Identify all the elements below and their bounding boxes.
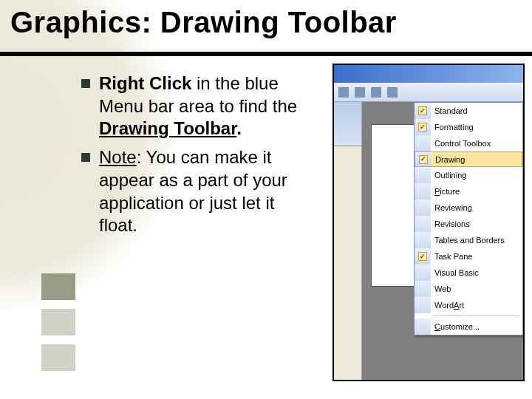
menu-item[interactable]: Visual Basic — [415, 265, 522, 281]
decorative-square — [41, 309, 75, 335]
side-pane-header — [334, 102, 361, 146]
menu-item-label: Task Pane — [434, 252, 472, 261]
bullet-icon — [81, 79, 90, 88]
menu-item-label: Control Toolbox — [434, 139, 491, 148]
app-toolbar — [334, 83, 523, 102]
decorative-square — [41, 344, 75, 371]
menu-item[interactable]: Web — [415, 281, 522, 297]
toolbar-context-menu: ✓Standard✓FormattingControl Toolbox✓Draw… — [414, 102, 523, 335]
menu-check-slot — [415, 281, 431, 297]
menu-item-label: Web — [434, 284, 451, 293]
menu-item-label: Visual Basic — [434, 268, 479, 277]
menu-item[interactable]: ✓Task Pane — [415, 248, 522, 265]
toolbar-icon — [338, 87, 349, 98]
menu-check-slot — [415, 135, 431, 151]
slide-title: Graphics: Drawing Toolbar — [10, 6, 397, 39]
check-icon: ✓ — [418, 123, 427, 132]
menu-item-label: Customize... — [434, 322, 480, 331]
menu-check-slot — [415, 232, 431, 248]
menu-item-label: Picture — [434, 187, 460, 196]
menu-item[interactable]: WordArt — [415, 297, 522, 313]
menu-item[interactable]: ✓Standard — [415, 103, 522, 119]
menu-item[interactable]: Outlining — [415, 167, 522, 183]
menu-check-slot — [415, 200, 431, 216]
toolbar-icon — [387, 87, 398, 98]
menu-item-label: Reviewing — [434, 203, 472, 212]
menu-item-label: Standard — [434, 106, 468, 115]
menu-check-slot: ✓ — [415, 152, 432, 166]
menu-item[interactable]: Control Toolbox — [415, 135, 522, 151]
period: . — [236, 118, 242, 138]
check-icon: ✓ — [418, 252, 427, 261]
menu-item-label: Tables and Borders — [434, 236, 505, 245]
menu-check-slot: ✓ — [415, 248, 431, 265]
decorative-square — [41, 273, 75, 300]
app-side-pane — [334, 102, 362, 380]
menu-item-label: Revisions — [434, 219, 470, 228]
menu-check-slot — [415, 265, 431, 281]
menu-item[interactable]: Picture — [415, 183, 522, 200]
embedded-screenshot: ✓Standard✓FormattingControl Toolbox✓Draw… — [332, 64, 525, 381]
menu-item-label: Drawing — [435, 155, 465, 164]
app-body: ✓Standard✓FormattingControl Toolbox✓Draw… — [334, 102, 523, 380]
check-icon: ✓ — [419, 155, 428, 164]
menu-check-slot — [415, 297, 431, 313]
menu-item-label: WordArt — [434, 301, 464, 310]
menu-item[interactable]: Customize... — [415, 318, 522, 335]
body-text: Right Click in the blue Menu bar area to… — [81, 72, 318, 243]
menu-check-slot: ✓ — [415, 103, 431, 119]
menu-item-label: Outlining — [434, 171, 466, 180]
underline-text: Note — [99, 147, 137, 167]
title-underline — [0, 52, 532, 56]
menu-check-slot: ✓ — [415, 119, 431, 135]
menu-check-slot — [415, 216, 431, 232]
bold-underline-text: Drawing Toolbar — [99, 118, 236, 138]
bullet-item: Note: You can make it appear as a part o… — [81, 146, 318, 237]
bullet-item: Right Click in the blue Menu bar area to… — [81, 72, 318, 140]
bullet-icon — [81, 153, 90, 162]
check-icon: ✓ — [418, 106, 427, 115]
menu-item[interactable]: ✓Drawing — [415, 151, 522, 167]
menu-item[interactable]: Tables and Borders — [415, 232, 522, 248]
app-workspace: ✓Standard✓FormattingControl Toolbox✓Draw… — [362, 102, 523, 380]
toolbar-icon — [371, 87, 381, 98]
bullet-text: Note: You can make it appear as a part o… — [99, 146, 318, 237]
menu-item[interactable]: ✓Formatting — [415, 119, 522, 135]
document-page — [371, 124, 415, 287]
menu-item[interactable]: Reviewing — [415, 200, 522, 216]
menu-check-slot — [415, 167, 431, 183]
bold-text: Right Click — [99, 73, 191, 93]
menu-item[interactable]: Revisions — [415, 216, 522, 232]
menu-check-slot — [415, 318, 431, 335]
bullet-text: Right Click in the blue Menu bar area to… — [99, 72, 318, 140]
menu-separator — [434, 316, 519, 316]
app-titlebar — [334, 65, 523, 83]
toolbar-icon — [355, 87, 365, 98]
menu-item-label: Formatting — [434, 123, 474, 132]
menu-check-slot — [415, 183, 431, 200]
